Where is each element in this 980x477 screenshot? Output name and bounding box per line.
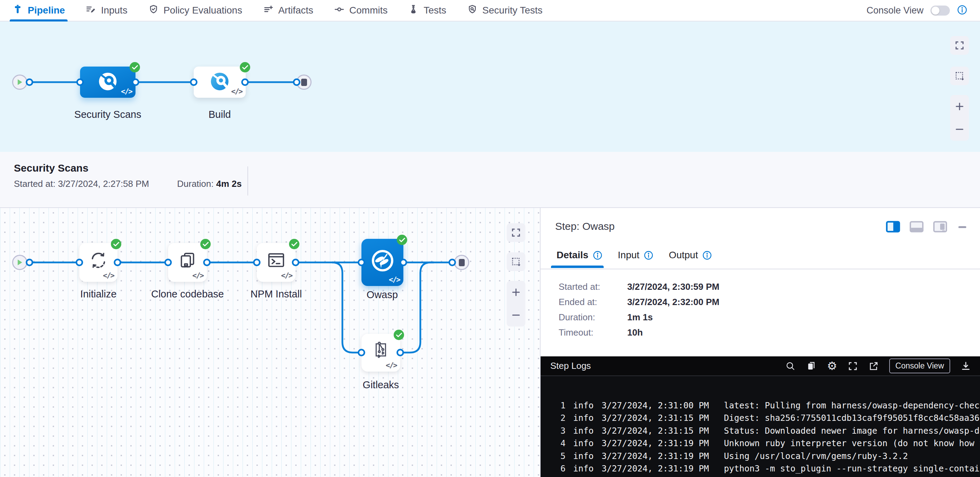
log-line-number: 2 [541, 413, 566, 423]
tab-artifacts[interactable]: Artifacts [263, 0, 313, 21]
log-line: 5 info 3/27/2024, 2:31:19 PM Using /usr/… [541, 450, 980, 463]
marquee-select-icon [955, 71, 965, 81]
duration-label: Duration: [177, 179, 214, 189]
tab-label: Input [618, 250, 640, 261]
stage-graph-canvas[interactable]: </> Security Scans </> Build [0, 21, 980, 152]
code-icon: </> [231, 87, 242, 96]
active-tab-underline [551, 266, 604, 268]
copy-icon[interactable] [806, 361, 816, 371]
console-view-label: Console View [866, 5, 924, 16]
tab-label: Output [669, 250, 698, 261]
code-icon: </> [281, 271, 292, 280]
log-line-number: 4 [541, 438, 566, 448]
step-card-initialize[interactable]: </> [80, 243, 118, 282]
stage-label[interactable]: Security Scans [74, 109, 141, 120]
gear-icon[interactable]: ⚙ [827, 360, 837, 372]
step-logs-header: Step Logs ⚙ Console View [541, 356, 980, 376]
log-level: info [573, 426, 594, 436]
stage-label[interactable]: Build [208, 109, 231, 120]
step-details-panel: Step: Owasp Details Input [540, 208, 980, 477]
stage-card-build[interactable]: </> [194, 67, 246, 98]
tab-inputs[interactable]: Inputs [86, 0, 127, 21]
info-icon[interactable] [957, 5, 967, 17]
plus-icon [511, 287, 521, 297]
shield-check-icon [148, 4, 159, 17]
sync-icon [89, 250, 108, 271]
step-label[interactable]: NPM Install [251, 289, 302, 300]
step-canvas-select-button[interactable] [507, 252, 525, 271]
terminal-icon [266, 250, 286, 271]
minimize-panel-button[interactable] [956, 220, 968, 233]
log-output[interactable]: 1 info 3/27/2024, 2:31:00 PM latest: Pul… [541, 376, 980, 477]
log-line: 1 info 3/27/2024, 2:31:00 PM latest: Pul… [541, 399, 980, 412]
step-graph-canvas[interactable]: </> Initialize </> Clone codebase </> NP… [0, 208, 540, 477]
log-toolbar: ⚙ Console View [785, 359, 971, 373]
step-canvas-fullscreen-button[interactable] [507, 223, 525, 242]
stage-card-security-scans[interactable]: </> [80, 67, 135, 98]
toggle-knob [931, 6, 939, 14]
log-message: Using /usr/local/rvm/gems/ruby-3.2.2 [724, 451, 908, 461]
console-view-button[interactable]: Console View [889, 359, 950, 373]
step-label[interactable]: Clone codebase [151, 289, 224, 300]
console-view-toggle[interactable] [931, 6, 950, 16]
zoom-out-button[interactable] [950, 119, 969, 140]
fullscreen-icon[interactable] [848, 361, 858, 371]
shield-scan-icon [467, 4, 477, 17]
log-message: latest: Pulling from harness/owasp-depen… [724, 400, 980, 410]
tab-label: Inputs [101, 5, 127, 16]
tab-commits[interactable]: Commits [334, 0, 387, 21]
external-link-icon[interactable] [869, 361, 879, 371]
log-line: 3 info 3/27/2024, 2:31:15 PM Status: Dow… [541, 424, 980, 437]
zoom-in-button[interactable] [950, 96, 969, 117]
download-icon[interactable] [961, 361, 971, 371]
log-line-number: 1 [541, 400, 566, 410]
stage-end-node [296, 75, 312, 90]
step-card-gitleaks[interactable]: </> [361, 334, 400, 372]
pipeline-execution-page: Pipeline Inputs Policy Evaluations Artif… [0, 0, 980, 477]
success-check-icon [397, 235, 407, 245]
zoom-in-button[interactable] [507, 282, 525, 303]
detail-value: 1m 1s [627, 312, 653, 323]
summary-divider [247, 166, 248, 196]
tab-security-tests[interactable]: Security Tests [467, 0, 542, 21]
log-timestamp: 3/27/2024, 2:31:19 PM [601, 451, 699, 461]
tab-policy-evaluations[interactable]: Policy Evaluations [148, 0, 242, 21]
code-icon: </> [192, 271, 204, 280]
tab-pipeline[interactable]: Pipeline [13, 0, 65, 21]
duration-value: 4m 2s [216, 179, 242, 189]
step-card-npm-install[interactable]: </> [257, 243, 296, 282]
stage-summary-title: Security Scans [14, 162, 88, 174]
step-card-owasp[interactable]: </> [361, 239, 403, 286]
minus-icon [511, 310, 521, 320]
owasp-icon [371, 249, 395, 274]
log-message: Digest: sha256:7755011cdb13caf9f95051f8c… [724, 413, 980, 423]
zoom-out-button[interactable] [507, 305, 525, 325]
fullscreen-icon [511, 227, 521, 238]
step-details-list: Started at: 3/27/2024, 2:30:59 PM Ended … [558, 279, 719, 340]
stage-canvas-select-button[interactable] [950, 67, 969, 85]
play-icon [17, 259, 23, 266]
detail-value: 3/27/2024, 2:32:00 PM [627, 297, 719, 308]
step-label[interactable]: Initialize [80, 289, 117, 300]
step-label[interactable]: Gitleaks [363, 379, 399, 391]
tab-label: Details [557, 250, 589, 261]
step-canvas-zoom-controls [507, 281, 525, 327]
detail-value: 10h [627, 327, 643, 338]
step-start-node [12, 255, 27, 270]
log-timestamp: 3/27/2024, 2:31:15 PM [601, 413, 699, 423]
stage-edges [0, 21, 347, 152]
tab-output[interactable]: Output [669, 250, 712, 261]
detail-label: Ended at: [558, 297, 627, 308]
tab-tests[interactable]: Tests [408, 0, 446, 21]
step-label[interactable]: Owasp [367, 289, 398, 300]
split-view-layout-button[interactable] [886, 220, 900, 233]
tab-input[interactable]: Input [618, 250, 654, 261]
tab-details[interactable]: Details [557, 250, 603, 261]
step-card-clone-codebase[interactable]: </> [168, 243, 207, 282]
search-icon[interactable] [785, 361, 795, 371]
right-drawer-layout-button[interactable] [933, 220, 947, 233]
minus-icon [955, 124, 965, 134]
bottom-view-layout-button[interactable] [909, 220, 924, 233]
stage-canvas-fullscreen-button[interactable] [950, 36, 969, 55]
step-panel-title: Step: Owasp [555, 220, 615, 232]
